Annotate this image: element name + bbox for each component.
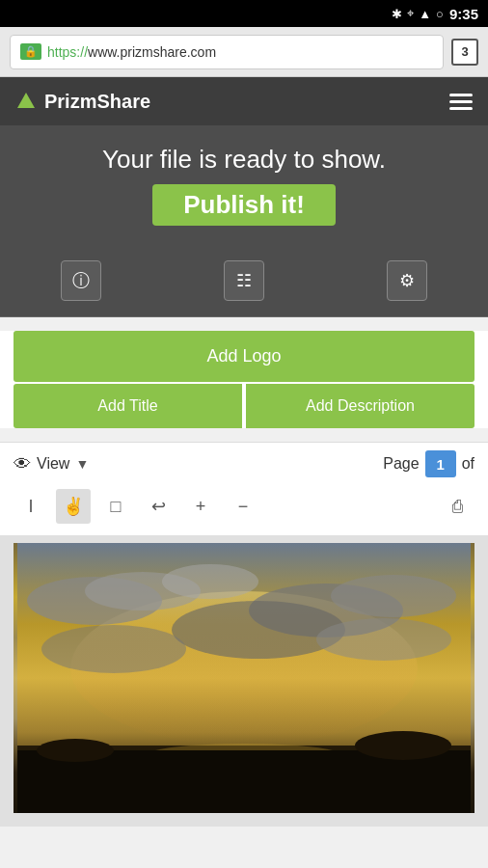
wifi-icon: ⌖ <box>407 6 414 21</box>
select-box-icon: □ <box>111 497 122 517</box>
view-control[interactable]: 👁 View ▼ <box>14 454 89 475</box>
tools-row: I ✌ □ ↩ + − ⎙ <box>14 485 474 528</box>
hamburger-line-3 <box>449 107 473 110</box>
hamburger-line-1 <box>449 94 473 96</box>
svg-point-9 <box>172 601 345 659</box>
add-title-desc-row: Add Title Add Description <box>14 384 474 428</box>
svg-point-7 <box>331 575 456 617</box>
hand-tool[interactable]: ✌ <box>56 489 91 524</box>
url-bar[interactable]: 🔒 https://www.prizmshare.com <box>10 35 444 69</box>
hamburger-line-2 <box>449 100 473 103</box>
svg-point-11 <box>316 618 451 661</box>
text-cursor-icon: I <box>28 497 33 517</box>
page-of-label: of <box>462 455 474 473</box>
zoom-out-icon: − <box>238 497 249 517</box>
battery-icon: ○ <box>436 7 444 21</box>
brand: PrizmShare <box>15 91 150 113</box>
action-section: Add Logo Add Title Add Description <box>0 331 488 428</box>
page-number-input[interactable] <box>425 450 456 477</box>
svg-point-8 <box>162 564 258 599</box>
url-domain: www.prizmshare.com <box>88 44 216 60</box>
svg-point-15 <box>37 739 114 762</box>
list-icon: ☷ <box>236 270 252 291</box>
tab-count[interactable]: 3 <box>451 39 478 66</box>
browser-bar: 🔒 https://www.prizmshare.com 3 <box>0 27 488 77</box>
hamburger-menu[interactable] <box>449 94 473 110</box>
bluetooth-icon: ✱ <box>392 7 402 21</box>
eye-icon: 👁 <box>14 454 31 475</box>
hero-section: Your file is ready to show. Publish it! <box>0 125 488 249</box>
brand-name: PrizmShare <box>44 91 150 113</box>
print-icon: ⎙ <box>452 497 463 517</box>
page-control: Page of <box>383 450 474 477</box>
nav-bar: PrizmShare <box>0 77 488 125</box>
zoom-in-icon: + <box>196 497 206 517</box>
svg-point-16 <box>355 731 451 760</box>
settings-button[interactable]: ⚙ <box>387 260 427 301</box>
add-description-button[interactable]: Add Description <box>246 384 474 428</box>
document-image <box>14 543 474 813</box>
info-icon: ⓘ <box>72 269 90 292</box>
text-cursor-tool[interactable]: I <box>14 489 48 524</box>
sky-scene <box>14 543 474 813</box>
dropdown-arrow-icon: ▼ <box>75 456 89 472</box>
lock-icon: 🔒 <box>20 43 41 60</box>
zoom-in-tool[interactable]: + <box>183 489 218 524</box>
status-time: 9:35 <box>449 6 478 22</box>
svg-point-10 <box>41 625 186 673</box>
signal-icon: ▲ <box>419 7 431 21</box>
rotate-icon: ↩ <box>151 496 166 517</box>
brand-icon <box>15 91 37 112</box>
page-label: Page <box>383 455 419 473</box>
rotate-tool[interactable]: ↩ <box>141 489 176 524</box>
info-button[interactable]: ⓘ <box>61 260 101 301</box>
zoom-out-tool[interactable]: − <box>226 489 260 524</box>
url-text: https://www.prizmshare.com <box>47 44 216 60</box>
publish-button[interactable]: Publish it! <box>152 184 336 226</box>
settings-icon: ⚙ <box>399 270 415 291</box>
toolbar-section: 👁 View ▼ Page of I ✌ □ ↩ + − ⎙ <box>0 442 488 535</box>
list-button[interactable]: ☷ <box>224 260 264 301</box>
print-tool[interactable]: ⎙ <box>440 489 474 524</box>
view-label: View <box>37 455 69 473</box>
svg-rect-1 <box>23 100 29 108</box>
hero-icons-row: ⓘ ☷ ⚙ <box>0 249 488 317</box>
hand-icon: ✌ <box>63 496 84 517</box>
document-view <box>0 535 488 827</box>
add-title-button[interactable]: Add Title <box>14 384 242 428</box>
status-bar: ✱ ⌖ ▲ ○ 9:35 <box>0 0 488 27</box>
view-row: 👁 View ▼ Page of <box>14 450 474 477</box>
hero-title: Your file is ready to show. <box>15 145 473 175</box>
select-box-tool[interactable]: □ <box>98 489 133 524</box>
url-https: https:// <box>47 44 88 60</box>
add-logo-button[interactable]: Add Logo <box>14 331 474 382</box>
